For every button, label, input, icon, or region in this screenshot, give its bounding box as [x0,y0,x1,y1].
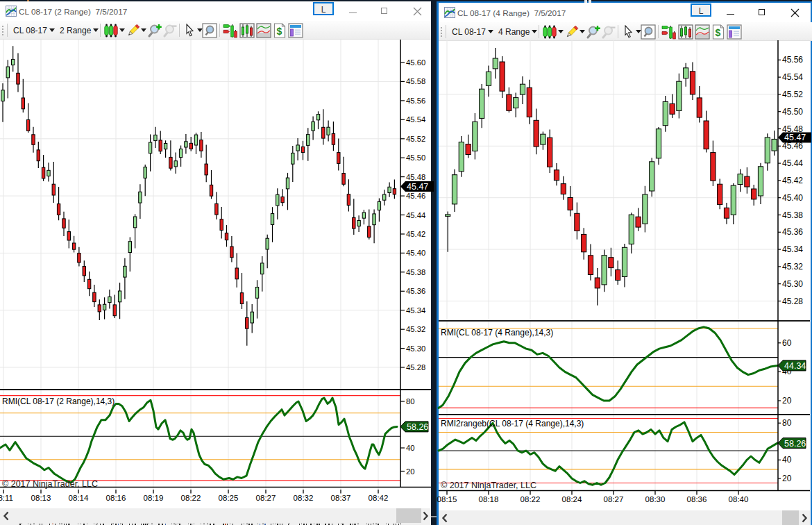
svg-text:$: $ [716,27,721,38]
svg-text:$: $ [277,26,282,37]
